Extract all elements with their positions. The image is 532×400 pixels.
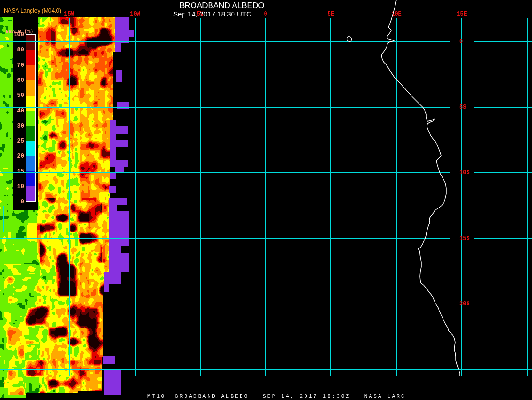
credit-label: NASA Langley (M04.0) — [4, 8, 61, 14]
africa-coastline-path — [381, 0, 460, 376]
page-title: BROADBAND ALBEDO — [179, 1, 264, 10]
island-sao-tome — [347, 36, 352, 42]
albedo-map-screen: BBALB (%) 15W10W5W05E10E15E05S10S15S20S … — [0, 0, 532, 400]
footer-caption: MT10 BROADBAND ALBEDO SEP 14, 2017 18:30… — [147, 393, 406, 399]
coastline-svg — [0, 0, 532, 400]
page-subtitle: Sep 14, 2017 18:30 UTC — [173, 10, 251, 18]
